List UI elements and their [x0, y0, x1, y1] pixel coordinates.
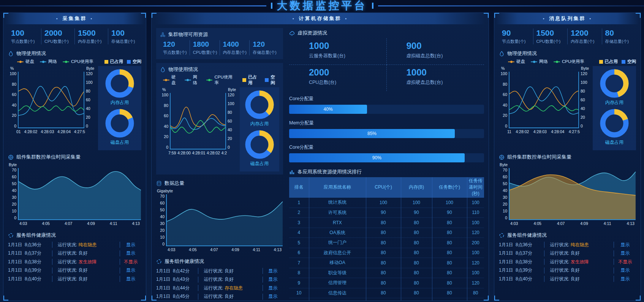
- legend-item[interactable]: 空闲: [622, 59, 636, 64]
- legend-item[interactable]: 硬盘: [163, 74, 180, 86]
- cell-task-time: 120: [467, 228, 484, 238]
- section-header-physical-usage: 物理使用情况: [499, 50, 636, 57]
- tick-label: 80: [9, 82, 16, 87]
- tick-label: 20: [158, 228, 165, 233]
- tick-label: 0: [228, 145, 235, 149]
- cell-rank: 9: [289, 278, 309, 288]
- stat-value: 2000: [44, 28, 74, 38]
- cell-rank: 4: [289, 228, 309, 238]
- tick-label: 4:05: [42, 221, 49, 226]
- section-header-health: 服务组件健康情况: [156, 258, 283, 265]
- stat-label: 存储总量(个): [605, 39, 636, 44]
- legend-line-icon: [554, 61, 560, 62]
- section-header-physical-usage: 物理使用情况: [8, 50, 141, 57]
- health-action-button[interactable]: 显示: [263, 268, 283, 274]
- tick-label: 4:13: [274, 247, 282, 252]
- tick-label: 20: [9, 113, 16, 118]
- allocation-bar: Core分配量90%: [289, 144, 484, 162]
- tick-label: 30: [9, 195, 16, 200]
- stat-label: 虚拟磁盘总数(台): [407, 53, 484, 59]
- donut-label: 磁盘占用: [111, 139, 129, 146]
- health-action-button[interactable]: 不显示: [120, 259, 141, 265]
- cell-task-time: 100: [467, 268, 484, 278]
- cell-memory: 80: [401, 258, 432, 268]
- health-action-button[interactable]: 显示: [614, 242, 636, 248]
- cloud-icon: [289, 30, 295, 36]
- memory-donut-chart: [105, 69, 134, 98]
- health-list: 1月1日 8点36分运行状况: 纯在隐患显示1月1日 8点37分运行状况: 良好…: [8, 241, 141, 283]
- corner-decoration: [484, 296, 489, 300]
- health-status: 运行状况: 发生故障: [52, 259, 120, 265]
- health-action-button[interactable]: 显示: [614, 250, 636, 256]
- health-action-button[interactable]: 显示: [614, 267, 636, 274]
- legend-item[interactable]: 网络: [531, 59, 548, 64]
- stat-item: 120存储总量(个): [249, 40, 279, 55]
- legend-item[interactable]: CPU使用率: [554, 59, 584, 64]
- cell-task-time: 120: [467, 258, 484, 268]
- health-action-button[interactable]: 显示: [263, 276, 283, 283]
- health-row: 1月1日 8点38分运行状况: 发生故障不显示: [499, 258, 636, 266]
- cell-memory: 80: [401, 228, 432, 238]
- table-row: 5统一门户808080200: [289, 238, 484, 248]
- cluster-stats: 90节点数量(个)1500CPU数量(个)1200内存总量(个)80存储总量(个…: [499, 24, 636, 47]
- legend-item[interactable]: 硬盘: [17, 59, 34, 64]
- tick-label: 4:11: [253, 247, 260, 252]
- health-status: 运行状况: 良好: [52, 250, 120, 256]
- tick-label: 4:07: [65, 221, 72, 226]
- cell-cpu: 80: [366, 288, 401, 298]
- stat-label: 虚拟硬盘总数(台): [407, 79, 484, 86]
- cell-system-name: 职业等级: [309, 268, 366, 278]
- donut-label: 内存占用: [250, 121, 269, 127]
- legend-item[interactable]: 已占用: [104, 59, 123, 64]
- health-action-button[interactable]: 显示: [120, 267, 141, 274]
- header-bracket-right: [372, 3, 373, 9]
- section-header-collection: 组件集群数控单位时间采集量: [8, 154, 141, 160]
- cell-tasks: 80: [432, 288, 467, 298]
- health-action-button[interactable]: 显示: [263, 293, 283, 300]
- tick-label: 4:27:5: [569, 129, 580, 134]
- health-action-button[interactable]: 显示: [120, 276, 141, 282]
- cell-tasks: 80: [432, 228, 467, 238]
- cell-system-name: 统一门户: [309, 238, 366, 248]
- header-line-right: [378, 5, 644, 6]
- health-action-button[interactable]: 不显示: [614, 259, 636, 265]
- cell-system-name: 信息传达: [309, 288, 366, 298]
- legend-line-icon: [163, 80, 169, 80]
- health-action-button[interactable]: 显示: [614, 276, 636, 282]
- corner-decoration: [636, 296, 641, 300]
- legend-item[interactable]: 空闲: [127, 59, 141, 64]
- stat-label: 内存总量(个): [223, 50, 250, 55]
- cell-memory: 80: [401, 268, 432, 278]
- legend-item[interactable]: 空闲: [265, 74, 279, 86]
- tick-label: 100: [161, 93, 168, 97]
- table-header-cell: 排名: [289, 177, 309, 198]
- health-row: 1月1日 8点36分运行状况: 纯在隐患显示: [499, 241, 636, 249]
- tick-label: 4:09: [580, 221, 588, 226]
- cell-cpu: 80: [366, 258, 401, 268]
- corner-decoration: [636, 13, 641, 18]
- cell-tasks: 80: [432, 238, 467, 248]
- legend-item[interactable]: CPU使用率: [63, 59, 93, 64]
- stat-value: 100: [111, 28, 141, 38]
- allocation-fill: 85%: [289, 129, 455, 138]
- legend-item[interactable]: 已占用: [599, 59, 618, 64]
- section-header-data-total: 数据总量: [156, 180, 283, 187]
- section-header-virtual-resources: 虚拟资源情况: [289, 30, 484, 36]
- cell-rank: 8: [289, 268, 309, 278]
- health-action-button[interactable]: 显示: [120, 250, 141, 256]
- tick-label: 100: [500, 71, 507, 76]
- health-action-button[interactable]: 显示: [263, 285, 283, 291]
- tick-label: 100: [228, 101, 235, 106]
- legend-item[interactable]: 网络: [40, 59, 57, 64]
- tick-label: 0: [86, 124, 93, 128]
- legend-item[interactable]: CPU使用率: [206, 74, 237, 86]
- legend-item[interactable]: 硬盘: [508, 59, 525, 64]
- legend-line-icon: [17, 61, 24, 62]
- legend-item[interactable]: 已占用: [242, 74, 261, 86]
- legend-row: 硬盘网络CPU使用率 已占用空闲: [8, 59, 141, 64]
- legend-square-icon: [599, 60, 603, 64]
- cell-tasks: 80: [432, 218, 467, 228]
- health-action-button[interactable]: 显示: [120, 242, 141, 248]
- corner-decoration: [141, 296, 146, 300]
- legend-item[interactable]: 网络: [185, 74, 202, 86]
